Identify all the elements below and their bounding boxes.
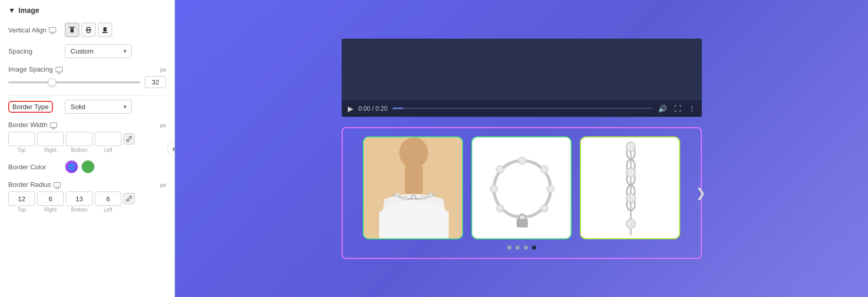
- video-controls: ▶ 0:00 / 0:20 🔊 ⛶ ⋮: [342, 100, 702, 117]
- color-swatches: 🌐: [65, 160, 95, 173]
- border-radius-left[interactable]: [95, 191, 121, 206]
- more-options-icon[interactable]: ⋮: [688, 104, 696, 113]
- play-button[interactable]: ▶: [348, 104, 353, 113]
- carousel-container: ❯: [342, 127, 702, 259]
- image-spacing-section: Image Spacing px 32: [8, 65, 166, 88]
- video-content-area: [342, 39, 702, 100]
- carousel-item-3: [580, 136, 680, 239]
- svg-point-10: [403, 196, 407, 200]
- border-radius-link-button[interactable]: [123, 193, 135, 204]
- border-width-bottom[interactable]: [66, 132, 93, 146]
- section-header: ▼ Image: [8, 6, 166, 14]
- panel-collapse-button[interactable]: ❮: [167, 142, 175, 156]
- video-player: ▶ 0:00 / 0:20 🔊 ⛶ ⋮: [342, 39, 702, 117]
- bracelet-image: [472, 137, 572, 239]
- spacer: [123, 147, 135, 153]
- border-width-left[interactable]: [95, 132, 121, 146]
- video-right-controls: 🔊 ⛶ ⋮: [658, 104, 696, 113]
- svg-point-32: [626, 142, 635, 151]
- svg-point-12: [429, 193, 433, 197]
- border-radius-right-label: Right: [37, 207, 64, 213]
- vertical-align-label: Vertical Align: [8, 26, 65, 34]
- carousel-dot-2[interactable]: [516, 246, 520, 250]
- border-type-select[interactable]: None Solid Dashed Dotted Double: [65, 100, 132, 114]
- image-spacing-label: Image Spacing: [8, 65, 53, 73]
- align-middle-button[interactable]: [81, 23, 96, 37]
- border-width-link-button[interactable]: [123, 133, 135, 145]
- border-radius-monitor-icon: [54, 182, 61, 187]
- svg-point-16: [519, 157, 526, 164]
- border-color-label: Border Color: [8, 163, 65, 171]
- spacer-2: [123, 207, 135, 213]
- border-radius-section: Border Radius px Top Right Bottom Left: [8, 181, 166, 213]
- border-width-bottom-label: Bottom: [66, 147, 93, 153]
- border-width-inputs: [8, 132, 166, 146]
- image-spacing-monitor-icon: [56, 67, 63, 72]
- border-radius-right[interactable]: [37, 191, 64, 206]
- border-width-right[interactable]: [37, 132, 64, 146]
- chain-image: [581, 137, 680, 239]
- svg-point-19: [541, 205, 548, 212]
- border-radius-left-label: Left: [95, 207, 121, 213]
- carousel-item-1: [363, 136, 463, 239]
- necklace-image: [364, 137, 463, 239]
- border-radius-label: Border Radius: [8, 181, 51, 188]
- svg-point-9: [395, 193, 399, 197]
- align-bottom-button[interactable]: [98, 23, 112, 37]
- svg-rect-5: [103, 27, 107, 31]
- section-title: Image: [19, 6, 39, 14]
- svg-point-22: [490, 185, 498, 193]
- border-radius-bottom[interactable]: [66, 191, 93, 206]
- border-color-global-swatch[interactable]: 🌐: [65, 160, 78, 173]
- preview-panel: ▶ 0:00 / 0:20 🔊 ⛶ ⋮: [175, 0, 868, 297]
- spacing-text: Spacing: [8, 47, 32, 55]
- border-radius-inputs: [8, 191, 166, 206]
- border-color-row: Border Color 🌐: [8, 160, 166, 173]
- progress-bar[interactable]: [393, 108, 652, 109]
- svg-rect-7: [405, 166, 423, 194]
- image-spacing-slider-row: 32: [8, 76, 166, 88]
- border-radius-labels: Top Right Bottom Left: [8, 207, 166, 213]
- volume-icon[interactable]: 🔊: [658, 104, 667, 113]
- divider-1: [8, 95, 166, 96]
- svg-point-17: [541, 166, 548, 173]
- border-color-green-swatch[interactable]: [81, 160, 95, 173]
- spacing-row: Spacing Default Custom None ▼: [8, 44, 166, 58]
- carousel-next-arrow[interactable]: ❯: [696, 186, 706, 200]
- image-spacing-unit: px: [160, 66, 166, 73]
- border-width-top[interactable]: [8, 132, 35, 146]
- image-spacing-value[interactable]: 32: [145, 76, 166, 88]
- fullscreen-icon[interactable]: ⛶: [674, 104, 681, 113]
- border-type-label-wrapper: Border Type: [8, 103, 65, 111]
- svg-point-33: [626, 168, 635, 177]
- svg-point-23: [497, 166, 504, 173]
- spacing-select[interactable]: Default Custom None: [65, 44, 132, 58]
- carousel-dot-3[interactable]: [524, 246, 528, 250]
- border-radius-top-label: Top: [8, 207, 35, 213]
- spacing-select-wrapper: Default Custom None ▼: [65, 44, 132, 58]
- border-width-top-label: Top: [8, 147, 35, 153]
- vertical-align-row: Vertical Align: [8, 23, 166, 37]
- svg-point-11: [421, 196, 425, 200]
- border-radius-header: Border Radius px: [8, 181, 166, 188]
- border-type-select-wrapper: None Solid Dashed Dotted Double ▼: [65, 100, 132, 114]
- border-radius-top[interactable]: [8, 191, 35, 206]
- svg-point-34: [626, 194, 635, 203]
- svg-point-21: [497, 205, 504, 212]
- image-spacing-slider[interactable]: [8, 81, 140, 83]
- border-width-right-label: Right: [37, 147, 64, 153]
- progress-fill: [393, 108, 403, 109]
- svg-rect-1: [70, 28, 74, 32]
- border-width-section: Border Width px Top Right Bottom Left: [8, 121, 166, 153]
- border-width-labels: Top Right Bottom Left: [8, 147, 166, 153]
- carousel-dots: [351, 246, 693, 250]
- border-width-left: Border Width: [8, 121, 57, 129]
- align-top-button[interactable]: [65, 23, 79, 37]
- border-width-unit: px: [160, 122, 166, 128]
- svg-point-13: [399, 137, 428, 168]
- svg-point-18: [547, 185, 554, 193]
- carousel-dot-1[interactable]: [507, 246, 511, 250]
- border-radius-bottom-label: Bottom: [66, 207, 93, 213]
- carousel-dot-4[interactable]: [532, 246, 536, 250]
- border-width-label: Border Width: [8, 121, 47, 129]
